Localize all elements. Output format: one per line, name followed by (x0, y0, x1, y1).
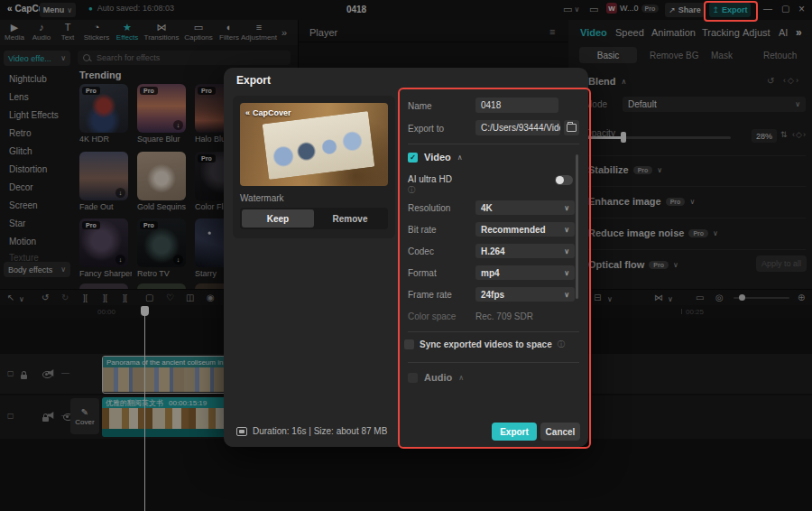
cancel-button-label: Cancel (546, 427, 576, 437)
export-button-label: Export (500, 427, 529, 437)
watermark-logo-icon: « (245, 108, 250, 117)
bitrate-label: Bit rate (408, 225, 437, 235)
export-path-field[interactable]: C:/Users/93444/Videos... (475, 120, 560, 135)
watermark-overlay: « CapCover (245, 108, 291, 117)
colorspace-label: Color space (408, 311, 456, 321)
framerate-dropdown[interactable]: 24fps ∨ (475, 287, 575, 302)
capcut-window: « CapCut Menu ∨ ● Auto saved: 16:08:03 0… (0, 0, 812, 511)
video-checkbox[interactable]: ✓ (408, 153, 418, 163)
chevron-up-icon: ∧ (458, 374, 464, 382)
info-icon: ⓘ (558, 339, 565, 349)
sync-label: Sync exported videos to space (420, 339, 552, 349)
audio-section-label: Audio (424, 372, 452, 383)
chevron-down-icon: ∨ (564, 204, 569, 212)
export-confirm-button[interactable]: Export (492, 423, 537, 441)
audio-checkbox[interactable] (408, 373, 418, 383)
codec-value: H.264 (481, 246, 505, 256)
divider (408, 144, 579, 144)
dialog-scrollbar[interactable] (576, 154, 578, 299)
preview-paper (263, 111, 375, 180)
codec-label: Codec (408, 246, 434, 256)
folder-icon (567, 124, 577, 132)
framerate-value: 24fps (481, 290, 504, 300)
export-name-input[interactable] (475, 98, 558, 113)
bitrate-value: Recommended (481, 225, 546, 235)
chevron-down-icon: ∨ (564, 269, 569, 277)
framerate-label: Frame rate (408, 290, 452, 300)
watermark-label: Watermark (240, 193, 284, 203)
chevron-down-icon: ∨ (564, 291, 569, 299)
chevron-down-icon: ∨ (564, 247, 569, 256)
video-section-header[interactable]: ✓ Video ∧ (408, 152, 463, 163)
sync-space-row[interactable]: Sync exported videos to space ⓘ (404, 339, 565, 349)
ai-ultra-hd-toggle[interactable] (555, 175, 573, 185)
divider (408, 331, 579, 332)
cancel-button[interactable]: Cancel (540, 423, 580, 441)
format-dropdown[interactable]: mp4 ∨ (475, 265, 575, 280)
monitor-icon (236, 427, 247, 436)
watermark-remove-button[interactable]: Remove (314, 209, 386, 228)
bitrate-dropdown[interactable]: Recommended ∨ (475, 222, 575, 237)
resolution-value: 4K (481, 203, 493, 213)
chevron-down-icon: ∨ (564, 226, 569, 234)
check-icon: ✓ (410, 153, 416, 162)
sync-checkbox[interactable] (404, 339, 414, 349)
ai-ultra-hd-label: AI ultra HD (408, 174, 452, 184)
format-label: Format (408, 268, 437, 278)
export-dialog: Export « CapCover Watermark Keep Remove … (224, 68, 588, 447)
dialog-title: Export (236, 74, 271, 87)
export-to-label: Export to (408, 124, 444, 134)
keep-label: Keep (267, 214, 289, 224)
chevron-up-icon: ∧ (457, 153, 463, 162)
watermark-brand: CapCover (253, 108, 291, 117)
info-icon: ⓘ (408, 185, 415, 195)
watermark-keep-button[interactable]: Keep (242, 209, 314, 228)
format-value: mp4 (481, 268, 500, 278)
resolution-label: Resolution (408, 203, 450, 213)
audio-section-header[interactable]: Audio ∧ (408, 372, 464, 383)
resolution-dropdown[interactable]: 4K ∨ (475, 200, 575, 215)
divider (408, 362, 579, 363)
remove-label: Remove (333, 214, 368, 224)
watermark-card: « CapCover Watermark Keep Remove (233, 96, 395, 238)
colorspace-value: Rec. 709 SDR (475, 311, 533, 321)
browse-folder-button[interactable] (564, 120, 579, 135)
name-label: Name (408, 101, 432, 111)
watermark-segmented: Keep Remove (240, 208, 388, 229)
export-summary: Duration: 16s | Size: about 87 MB (236, 426, 387, 436)
video-section-label: Video (424, 152, 451, 163)
duration-size-text: Duration: 16s | Size: about 87 MB (253, 426, 387, 436)
codec-dropdown[interactable]: H.264 ∨ (475, 244, 575, 258)
export-preview: « CapCover (240, 103, 388, 186)
